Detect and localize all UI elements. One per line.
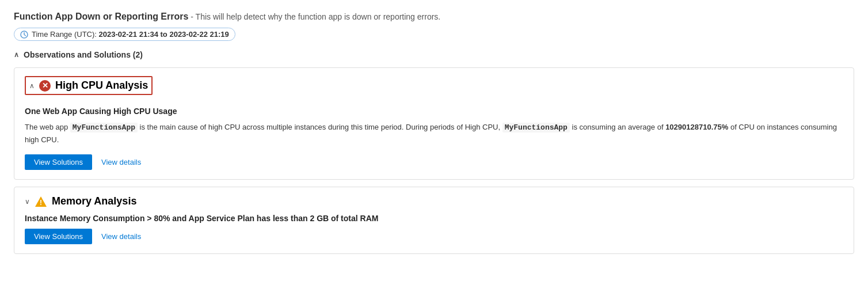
memory-view-solutions-button[interactable]: View Solutions <box>25 229 92 244</box>
high-cpu-actions: View Solutions View details <box>25 154 843 170</box>
desc-app2: MyFunctionsApp <box>502 123 570 132</box>
high-cpu-chevron[interactable] <box>29 82 35 90</box>
memory-observation-title: Instance Memory Consumption > 80% and Ap… <box>25 214 843 223</box>
desc-percentage: 10290128710.75% <box>665 123 728 131</box>
desc-after-app1: is the main cause of high CPU across mul… <box>138 123 502 131</box>
high-cpu-observation-title: One Web App Causing High CPU Usage <box>25 107 843 116</box>
svg-text:!: ! <box>40 199 42 207</box>
memory-card-header: ! Memory Analysis <box>25 195 843 208</box>
time-range-badge: Time Range (UTC): 2023-02-21 21:34 to 20… <box>14 28 235 41</box>
time-range-text: Time Range (UTC): 2023-02-21 21:34 to 20… <box>32 30 229 39</box>
desc-app1: MyFunctionsApp <box>70 123 138 132</box>
observations-section-header[interactable]: Observations and Solutions (2) <box>14 50 854 59</box>
desc-before-app1: The web app <box>25 123 70 131</box>
memory-title: Memory Analysis <box>52 195 136 207</box>
high-cpu-view-details-link[interactable]: View details <box>101 158 141 166</box>
high-cpu-error-icon: ✕ <box>39 80 51 92</box>
time-range-value: 2023-02-21 21:34 to 2023-02-22 21:19 <box>99 30 229 39</box>
memory-card: ! Memory Analysis Instance Memory Consum… <box>14 187 854 254</box>
memory-chevron[interactable] <box>25 198 30 206</box>
title-text: Function App Down or Reporting Errors <box>14 12 188 21</box>
high-cpu-description: The web app MyFunctionsApp is the main c… <box>25 122 843 146</box>
memory-view-details-link[interactable]: View details <box>101 232 141 241</box>
desc-after-app2: is consuming an average of <box>570 123 665 131</box>
observations-section-label: Observations and Solutions (2) <box>24 50 143 59</box>
subtitle-text: - This will help detect why the function… <box>191 12 440 21</box>
observations-chevron <box>14 51 19 59</box>
page-title: Function App Down or Reporting Errors - … <box>14 12 854 22</box>
memory-warning-icon: ! <box>35 195 47 208</box>
memory-actions: View Solutions View details <box>25 229 843 244</box>
high-cpu-card-header-box: ✕ High CPU Analysis <box>25 76 153 95</box>
time-range-label: Time Range (UTC): <box>32 30 97 39</box>
high-cpu-view-solutions-button[interactable]: View Solutions <box>25 154 92 170</box>
clock-icon <box>20 31 28 39</box>
high-cpu-title: High CPU Analysis <box>55 79 148 92</box>
high-cpu-card: ✕ High CPU Analysis One Web App Causing … <box>14 67 854 180</box>
